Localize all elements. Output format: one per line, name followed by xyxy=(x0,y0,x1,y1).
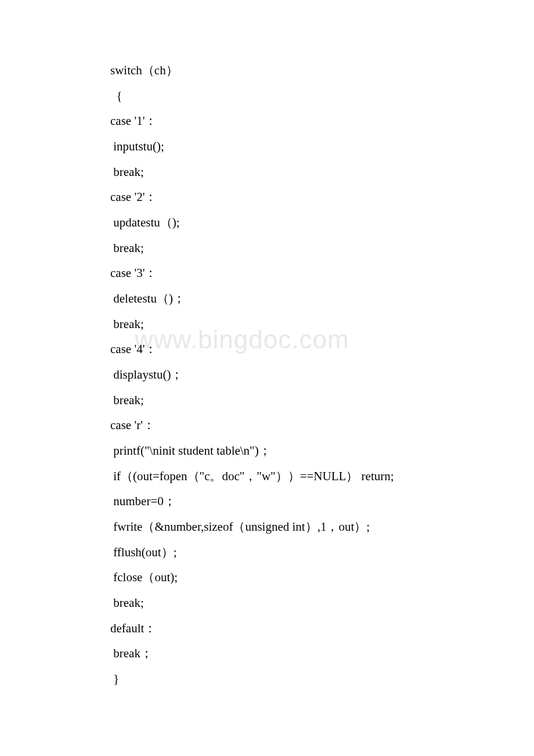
code-line: printf("\ninit student table\n")； xyxy=(110,438,534,464)
code-line: fclose（out); xyxy=(110,565,534,591)
code-line: number=0； xyxy=(110,489,534,514)
code-line: inputstu(); xyxy=(110,134,534,160)
code-line: case '3'： xyxy=(110,261,534,286)
code-line: fflush(out）; xyxy=(110,540,534,566)
code-line: switch（ch） xyxy=(110,58,534,84)
code-line: break; xyxy=(110,236,534,261)
code-line: displaystu()； xyxy=(110,362,534,388)
code-line: case '2'： xyxy=(110,185,534,210)
code-line: case 'r'： xyxy=(110,413,534,438)
code-line: break; xyxy=(110,312,534,337)
code-content: switch（ch） { case '1'： inputstu(); break… xyxy=(110,58,534,692)
code-line: break; xyxy=(110,388,534,413)
code-line: if（(out=fopen（"c。doc"，"w"））==NULL） retur… xyxy=(110,464,534,489)
code-line: break； xyxy=(110,641,534,667)
code-line: { xyxy=(110,84,534,109)
code-line: } xyxy=(110,667,534,692)
code-line: fwrite（&number,sizeof（unsigned int）,1，ou… xyxy=(110,514,534,540)
code-line: deletestu（)； xyxy=(110,286,534,312)
code-line: updatestu（); xyxy=(110,210,534,236)
code-line: case '4'： xyxy=(110,337,534,362)
code-line: break; xyxy=(110,591,534,616)
code-line: break; xyxy=(110,160,534,185)
code-line: default： xyxy=(110,616,534,642)
code-line: case '1'： xyxy=(110,109,534,134)
